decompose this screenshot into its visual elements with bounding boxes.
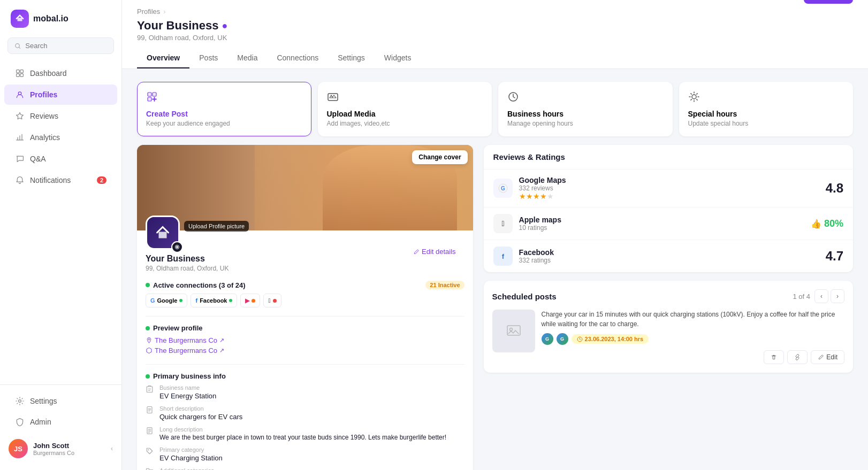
notification-badge: 2 bbox=[97, 176, 106, 184]
svg-rect-2 bbox=[20, 70, 24, 73]
prev-post-button[interactable]: ‹ bbox=[814, 289, 828, 303]
nav-item-profiles[interactable]: Profiles bbox=[4, 84, 117, 105]
tab-connections[interactable]: Connections bbox=[267, 48, 328, 68]
trash-icon bbox=[771, 354, 777, 360]
special-hours-desc: Update special hours bbox=[688, 120, 844, 127]
google-stars: ★★★★★ bbox=[519, 192, 566, 201]
post-text: Charge your car in 15 minutes with our q… bbox=[542, 310, 844, 329]
analytics-label: Analytics bbox=[30, 133, 60, 142]
svg-rect-3 bbox=[17, 74, 20, 77]
breadcrumb-link[interactable]: Profiles bbox=[137, 7, 160, 16]
edit-details-button[interactable]: Edit details bbox=[413, 248, 456, 256]
clock-icon bbox=[577, 336, 583, 342]
google-maps-review: G Google Maps 332 reviews ★★★★★ 4.8 bbox=[484, 169, 853, 207]
tab-widgets[interactable]: Widgets bbox=[375, 48, 421, 68]
long-doc-icon bbox=[146, 427, 154, 436]
tab-media[interactable]: Media bbox=[227, 48, 267, 68]
nav-item-admin[interactable]: Admin bbox=[4, 412, 117, 432]
nav-item-notifications[interactable]: Notifications 2 bbox=[4, 170, 117, 190]
tab-overview[interactable]: Overview bbox=[137, 48, 189, 68]
change-cover-button[interactable]: Change cover bbox=[412, 150, 467, 164]
scheduled-counter: 1 of 4 bbox=[793, 292, 810, 301]
collapse-icon[interactable]: ‹ bbox=[111, 445, 113, 452]
post-actions: Edit bbox=[542, 350, 844, 364]
app-name: mobal.io bbox=[33, 14, 68, 24]
scheduled-posts-card: Scheduled posts 1 of 4 ‹ › bbox=[484, 281, 853, 373]
logo[interactable]: mobal.io bbox=[0, 0, 121, 37]
upload-media-title: Upload Media bbox=[327, 110, 483, 118]
special-hours-title: Special hours bbox=[688, 110, 844, 118]
upload-profile-picture-button[interactable] bbox=[171, 241, 183, 253]
svg-point-16 bbox=[176, 246, 178, 248]
user-name: John Scott bbox=[33, 442, 74, 450]
primary-business-info: Primary business info Business name bbox=[137, 367, 473, 470]
upload-media-desc: Add images, video,etc bbox=[327, 120, 483, 127]
facebook-score: 4.7 bbox=[826, 249, 843, 264]
facebook-review: f Facebook 332 ratings 4.7 bbox=[484, 240, 853, 272]
action-card-special-hours[interactable]: Special hours Update special hours bbox=[679, 82, 854, 136]
tab-settings[interactable]: Settings bbox=[328, 48, 375, 68]
nav-item-dashboard[interactable]: Dashboard bbox=[4, 63, 117, 83]
apple-score: 80% bbox=[824, 218, 843, 229]
svg-text::  bbox=[501, 219, 504, 228]
create-post-desc: Keep your audience engaged bbox=[146, 120, 302, 127]
main-content: Profiles › Your Business ● 99, Oldham ro… bbox=[122, 0, 868, 470]
star-icon bbox=[15, 111, 25, 121]
breadcrumb: Profiles › bbox=[137, 7, 227, 16]
action-cards: Create Post Keep your audience engaged U… bbox=[137, 82, 853, 136]
page-title: Your Business ● bbox=[137, 19, 227, 33]
external-link-icon-2: ↗ bbox=[219, 347, 224, 354]
google-count: 332 reviews bbox=[519, 184, 566, 192]
post-preview: Charge your car in 15 minutes with our q… bbox=[492, 310, 844, 364]
qa-label: Q&A bbox=[30, 155, 46, 163]
gear-icon bbox=[15, 396, 25, 406]
external-link-icon-1: ↗ bbox=[219, 337, 224, 344]
notifications-label: Notifications bbox=[30, 176, 71, 184]
info-dot bbox=[146, 374, 150, 379]
nav-item-settings[interactable]: Settings bbox=[4, 391, 117, 411]
action-card-create-post[interactable]: Create Post Keep your audience engaged bbox=[137, 82, 311, 136]
search-container[interactable] bbox=[7, 37, 114, 54]
instagram-status-dot bbox=[252, 299, 255, 303]
avatar: JS bbox=[9, 439, 28, 458]
breadcrumb-separator: › bbox=[163, 7, 165, 16]
instagram-connection[interactable]: ▶ bbox=[240, 294, 260, 307]
svg-point-22 bbox=[148, 449, 149, 450]
search-input[interactable] bbox=[25, 42, 107, 50]
action-card-business-hours[interactable]: Business hours Manage opening hours bbox=[498, 82, 673, 136]
link-post-button[interactable] bbox=[787, 350, 808, 364]
facebook-platform: Facebook bbox=[519, 248, 554, 257]
reviews-header: Reviews & Ratings bbox=[484, 145, 853, 169]
google-connection[interactable]: G Google bbox=[146, 294, 187, 307]
upload-profile-label: Upload Profile picture bbox=[184, 221, 249, 232]
doc-icon bbox=[146, 406, 154, 415]
share-button[interactable]: Share bbox=[804, 0, 853, 4]
user-profile[interactable]: JS John Scott Burgermans Co ‹ bbox=[0, 433, 121, 465]
svg-rect-1 bbox=[17, 70, 20, 73]
post-platform-g1: G bbox=[542, 333, 553, 345]
shield-icon bbox=[15, 417, 25, 427]
tab-posts[interactable]: Posts bbox=[189, 48, 227, 68]
apple-maps-review:  Apple maps 10 ratings 👍 80% bbox=[484, 207, 853, 240]
maps-icon bbox=[146, 347, 153, 354]
nav-item-reviews[interactable]: Reviews bbox=[4, 106, 117, 126]
edit-post-button[interactable]: Edit bbox=[811, 350, 844, 364]
apple-connection[interactable]:  bbox=[263, 294, 281, 307]
next-post-button[interactable]: › bbox=[831, 289, 844, 303]
action-card-upload-media[interactable]: Upload Media Add images, video,etc bbox=[318, 82, 492, 136]
reviews-label: Reviews bbox=[30, 112, 58, 120]
business-hours-desc: Manage opening hours bbox=[507, 120, 664, 127]
nav-item-qa[interactable]: Q&A bbox=[4, 149, 117, 169]
nav-item-analytics[interactable]: Analytics bbox=[4, 127, 117, 148]
preview-link-1[interactable]: The Burgermans Co ↗ bbox=[146, 336, 465, 344]
delete-post-button[interactable] bbox=[764, 350, 784, 364]
connections-title: Active connections (3 of 24) bbox=[146, 281, 246, 289]
user-company: Burgermans Co bbox=[33, 450, 74, 456]
location-icon bbox=[146, 337, 153, 344]
facebook-connection[interactable]: f Facebook bbox=[191, 294, 237, 307]
preview-link-2[interactable]: The Burgermans Co ↗ bbox=[146, 346, 465, 355]
bell-icon bbox=[15, 175, 25, 185]
svg-rect-12 bbox=[148, 97, 151, 101]
facebook-logo: f bbox=[493, 246, 513, 266]
google-maps-logo: G bbox=[493, 179, 513, 198]
